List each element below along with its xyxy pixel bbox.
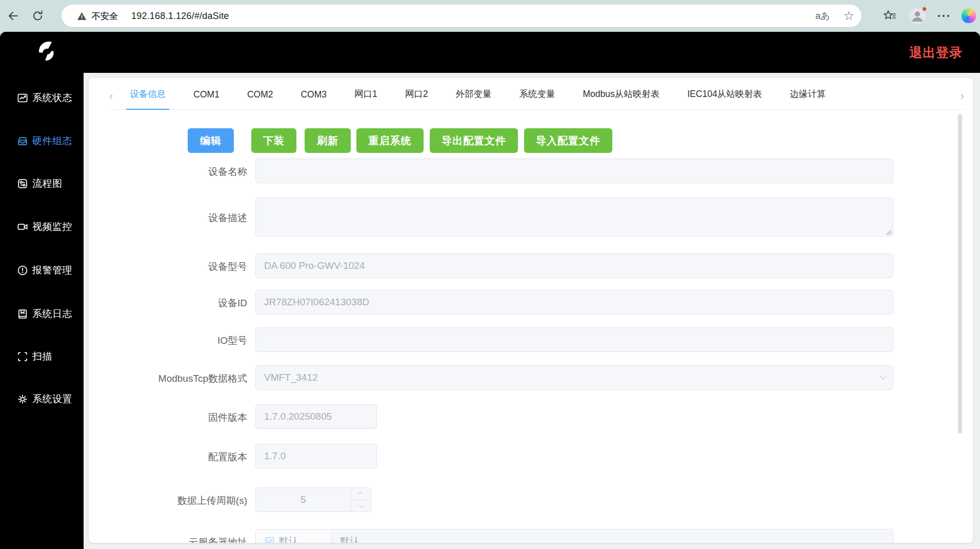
app-window: 退出登录 系统状态 硬件组态 流程图 视频监控 xyxy=(0,32,980,549)
translate-icon[interactable]: aあ xyxy=(815,10,830,22)
chevron-down-icon xyxy=(880,373,887,380)
copilot-icon[interactable] xyxy=(962,9,976,23)
device-id-label: 设备ID xyxy=(89,297,247,310)
cloud-server-field: 默认 默认 xyxy=(255,529,893,543)
browser-back-button[interactable] xyxy=(4,7,23,25)
tab-system-vars[interactable]: 系统变量 xyxy=(505,88,569,109)
notification-dot xyxy=(922,6,927,12)
tab-eth1[interactable]: 网口1 xyxy=(341,88,391,109)
reload-icon xyxy=(32,10,44,22)
restart-system-button[interactable]: 重启系统 xyxy=(356,128,424,153)
hardware-icon xyxy=(17,135,28,147)
form-row-config-version: 配置版本 xyxy=(89,444,973,468)
tab-external-vars[interactable]: 外部变量 xyxy=(442,88,505,109)
chart-icon xyxy=(17,92,28,104)
gear-icon xyxy=(17,394,28,405)
firmware-version-input[interactable] xyxy=(255,404,377,429)
refresh-button[interactable]: 刷新 xyxy=(305,128,351,153)
stepper-increase-button[interactable] xyxy=(351,488,371,500)
tab-modbus-slave-map[interactable]: Modbus从站映射表 xyxy=(569,88,673,109)
browser-menu-button[interactable] xyxy=(938,15,949,17)
address-bar[interactable]: 不安全 192.168.1.126/#/daSite aあ ☆ xyxy=(62,5,862,27)
cloud-server-default-option: 默认 xyxy=(256,530,332,543)
not-secure-warning-icon xyxy=(77,11,87,21)
chevron-up-icon xyxy=(357,492,363,497)
sidebar-item-system-status[interactable]: 系统状态 xyxy=(0,89,84,107)
io-model-input[interactable] xyxy=(255,327,893,352)
video-icon xyxy=(17,221,28,232)
modbus-format-select[interactable]: VMFT_3412 xyxy=(255,365,893,390)
cloud-server-label: 云服务器地址 xyxy=(89,536,247,543)
favorites-bar-icon[interactable] xyxy=(883,9,897,23)
device-desc-textarea[interactable] xyxy=(255,198,893,237)
device-id-input[interactable] xyxy=(255,290,893,315)
device-name-input[interactable] xyxy=(255,159,893,183)
tab-com3[interactable]: COM3 xyxy=(287,89,341,109)
form-row-device-name: 设备名称 xyxy=(89,159,973,183)
config-version-label: 配置版本 xyxy=(89,450,247,464)
app-header: 退出登录 xyxy=(0,32,980,73)
tab-device-info[interactable]: 设备信息 xyxy=(116,88,179,109)
sidebar-item-flow-diagram[interactable]: 流程图 xyxy=(0,175,84,192)
form-row-upload-period: 数据上传周期(s) 5 xyxy=(89,487,973,512)
sidebar-item-system-settings[interactable]: 系统设置 xyxy=(0,390,84,408)
device-config-panel: ‹ 设备信息 COM1 COM2 COM3 网口1 网口2 外部变量 系统变量 … xyxy=(89,78,973,543)
scan-icon xyxy=(17,351,28,362)
download-button[interactable]: 下装 xyxy=(251,128,296,153)
form-row-firmware-version: 固件版本 xyxy=(89,404,973,429)
form-row-io-model: IO型号 xyxy=(89,327,973,352)
device-desc-label: 设备描述 xyxy=(89,211,247,225)
bookmark-star-icon[interactable]: ☆ xyxy=(843,9,854,23)
panel-scrollbar[interactable] xyxy=(958,114,962,434)
log-icon xyxy=(17,308,28,320)
upload-period-stepper[interactable]: 5 xyxy=(255,487,371,512)
sidebar: 系统状态 硬件组态 流程图 视频监控 报警管理 xyxy=(0,73,84,549)
io-model-label: IO型号 xyxy=(89,334,247,347)
modbus-format-label: ModbusTcp数据格式 xyxy=(89,372,247,385)
sidebar-item-alarm-management[interactable]: 报警管理 xyxy=(0,262,84,279)
form-row-device-model: 设备型号 xyxy=(89,253,973,278)
stepper-decrease-button[interactable] xyxy=(351,500,371,512)
sidebar-item-hardware-config[interactable]: 硬件组态 xyxy=(0,132,84,150)
tabs-scroll-left-icon[interactable]: ‹ xyxy=(109,91,116,109)
tabs-scroll-right-icon[interactable]: › xyxy=(957,91,964,109)
upload-period-label: 数据上传周期(s) xyxy=(89,494,247,507)
device-name-label: 设备名称 xyxy=(89,165,247,179)
form-row-device-id: 设备ID xyxy=(89,290,973,315)
tab-iec104-slave-map[interactable]: IEC104从站映射表 xyxy=(673,88,776,109)
logout-button[interactable]: 退出登录 xyxy=(909,44,963,61)
export-config-button[interactable]: 导出配置文件 xyxy=(430,128,518,153)
cloud-server-value: 默认 xyxy=(340,535,359,543)
security-label[interactable]: 不安全 xyxy=(92,10,118,22)
back-arrow-icon xyxy=(7,10,19,22)
firmware-version-label: 固件版本 xyxy=(89,411,247,424)
form-row-modbus-format: ModbusTcp数据格式 VMFT_3412 xyxy=(89,365,973,390)
alarm-icon xyxy=(17,265,28,276)
tab-com2[interactable]: COM2 xyxy=(233,89,287,109)
chevron-down-icon xyxy=(358,502,364,508)
app-logo-icon xyxy=(34,39,58,64)
sidebar-item-scan[interactable]: 扫描 xyxy=(0,348,84,365)
import-config-button[interactable]: 导入配置文件 xyxy=(524,128,612,153)
browser-reload-button[interactable] xyxy=(29,7,47,25)
device-model-input[interactable] xyxy=(255,253,893,278)
config-version-input[interactable] xyxy=(255,444,377,468)
device-model-label: 设备型号 xyxy=(89,260,247,273)
form-row-device-desc: 设备描述 xyxy=(89,198,973,237)
flow-icon xyxy=(17,178,28,189)
sidebar-item-video-monitor[interactable]: 视频监控 xyxy=(0,218,84,236)
browser-toolbar: 不安全 192.168.1.126/#/daSite aあ ☆ xyxy=(0,0,980,32)
tab-com1[interactable]: COM1 xyxy=(179,89,233,109)
tab-eth2[interactable]: 网口2 xyxy=(391,88,442,109)
upload-period-value: 5 xyxy=(256,488,350,512)
default-checkbox-label: 默认 xyxy=(279,535,298,543)
form-row-cloud-server: 云服务器地址 默认 默认 xyxy=(89,529,973,543)
sidebar-item-system-log[interactable]: 系统日志 xyxy=(0,305,84,323)
default-checkbox[interactable] xyxy=(265,537,274,543)
tab-edge-computing[interactable]: 边缘计算 xyxy=(776,88,839,109)
modbus-format-value: VMFT_3412 xyxy=(264,372,318,383)
tab-bar: ‹ 设备信息 COM1 COM2 COM3 网口1 网口2 外部变量 系统变量 … xyxy=(109,78,964,110)
edit-button[interactable]: 编辑 xyxy=(188,128,234,153)
browser-profile-avatar[interactable] xyxy=(909,8,926,24)
url-text[interactable]: 192.168.1.126/#/daSite xyxy=(131,11,229,22)
